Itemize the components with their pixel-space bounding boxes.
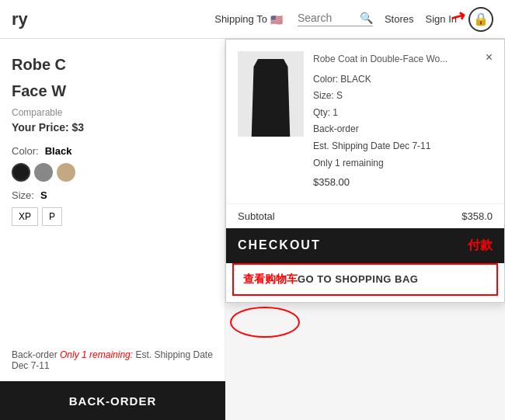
coat-image (249, 59, 292, 137)
cart-qty: Qty: 1 (313, 105, 493, 122)
cart-icon[interactable]: 🔒 (468, 7, 493, 32)
size-buttons: XP P (12, 207, 213, 226)
cart-item-image (238, 51, 304, 137)
back-order-button[interactable]: BACK-ORDER (0, 381, 225, 420)
swatch-black[interactable] (12, 163, 30, 182)
cart-only-remaining: Only 1 remaining (313, 155, 493, 172)
cart-size: Size: S (313, 88, 493, 105)
color-section: Color: Black (12, 145, 213, 157)
checkout-circle-annotation (230, 307, 300, 338)
cart-color: Color: BLACK (313, 71, 493, 89)
subtotal-amount: $358.0 (461, 210, 493, 222)
cart-dropdown: Robe Coat in Double-Face Wo... × Color: … (225, 39, 505, 303)
size-value: S (40, 189, 47, 201)
logo: ry (12, 9, 28, 30)
cart-item-row: Robe Coat in Double-Face Wo... × Color: … (226, 40, 504, 203)
main-content: Robe C Face W Comparable Your Price: $3 … (0, 39, 505, 420)
cart-item-name: Robe Coat in Double-Face Wo... (313, 51, 448, 68)
stores-link[interactable]: Stores (385, 13, 414, 25)
comparable-text: Comparable (12, 107, 213, 118)
header: ry Shipping To 🇺🇸 🔍 Stores Sign In 🔒 ↗ (0, 0, 505, 39)
product-title-line1: Robe C (12, 54, 213, 75)
size-section: Size: S (12, 189, 213, 201)
shopping-bag-chinese: 查看购物车 (243, 272, 298, 286)
subtotal-label: Subtotal (238, 210, 275, 222)
shipping-to-label: Shipping To (214, 13, 267, 25)
swatch-tan[interactable] (57, 163, 75, 182)
color-swatches (12, 163, 213, 182)
product-title-line2: Face W (12, 81, 213, 101)
cart-backorder: Back-order (313, 121, 493, 138)
shopping-bag-row[interactable]: 查看购物车 GO TO SHOPPING BAG (232, 263, 498, 296)
shipping-to[interactable]: Shipping To 🇺🇸 (214, 13, 286, 25)
product-panel: Robe C Face W Comparable Your Price: $3 … (0, 39, 225, 420)
shopping-bag-en: GO TO SHOPPING BAG (298, 273, 418, 285)
checkout-button[interactable]: CHECKOUT (238, 238, 321, 252)
color-label: Color: (12, 145, 39, 157)
search-input[interactable] (298, 12, 360, 24)
backorder-strip: Back-order Only 1 remaining: Est. Shippi… (0, 343, 225, 377)
cart-item-title-row: Robe Coat in Double-Face Wo... × (313, 51, 493, 68)
cart-price: $358.00 (313, 173, 493, 191)
size-label: Size: (12, 189, 34, 201)
search-container[interactable]: 🔍 (298, 12, 373, 26)
size-xp[interactable]: XP (12, 207, 38, 226)
cart-item-details: Robe Coat in Double-Face Wo... × Color: … (313, 51, 493, 192)
swatch-gray[interactable] (34, 163, 53, 182)
subtotal-row: Subtotal $358.0 (226, 203, 504, 228)
us-flag-icon: 🇺🇸 (270, 14, 286, 25)
only-remaining: Only 1 remaining: (60, 349, 133, 360)
lock-icon: 🔒 (473, 12, 489, 26)
checkout-bar: CHECKOUT 付款 (226, 228, 504, 263)
search-icon: 🔍 (360, 12, 373, 24)
your-price: Your Price: $3 (12, 121, 213, 134)
cart-est-shipping: Est. Shipping Date Dec 7-11 (313, 138, 493, 155)
cart-close-button[interactable]: × (486, 51, 493, 64)
backorder-text: Back-order (12, 349, 57, 360)
chinese-pay-button[interactable]: 付款 (468, 238, 493, 254)
color-value: Black (45, 145, 72, 157)
size-p[interactable]: P (42, 207, 62, 226)
